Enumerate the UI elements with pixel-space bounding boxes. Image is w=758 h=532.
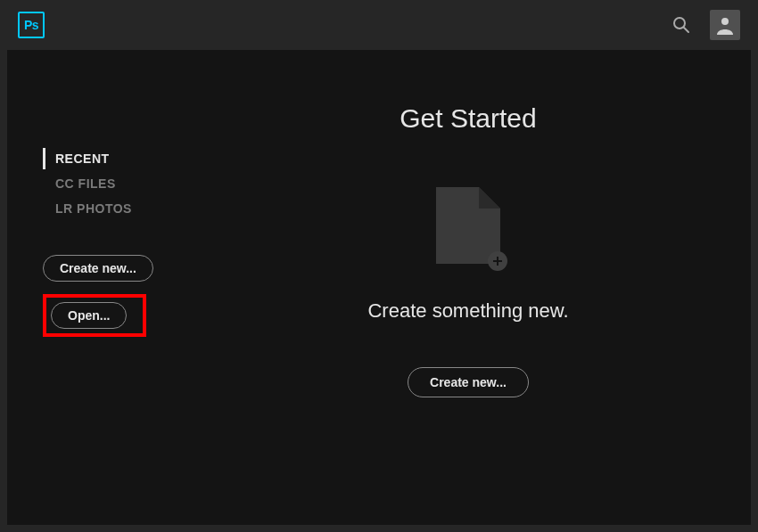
sidebar-item-label: CC FILES <box>55 176 116 191</box>
sidebar-item-label: LR PHOTOS <box>55 201 132 216</box>
sidebar-item-cc-files[interactable]: CC FILES <box>43 173 185 194</box>
search-icon[interactable] <box>667 11 696 39</box>
main-panel: Get Started Create something new. Creat <box>185 50 751 525</box>
sidebar-item-lr-photos[interactable]: LR PHOTOS <box>43 198 185 219</box>
sidebar-item-recent[interactable]: RECENT <box>43 148 185 169</box>
person-icon <box>715 15 735 35</box>
main-subtitle: Create something new. <box>367 299 568 323</box>
sidebar-buttons: Create new... Open... <box>43 255 185 337</box>
magnifier-icon <box>672 16 690 34</box>
top-bar: Ps <box>0 0 758 50</box>
app-window: Ps RECENT CC FILES LR PHOTOS <box>0 0 758 532</box>
document-icon <box>436 187 500 264</box>
content-area: RECENT CC FILES LR PHOTOS Create new... … <box>7 50 751 525</box>
plus-icon <box>488 251 507 271</box>
app-logo-text: Ps <box>24 18 38 32</box>
user-avatar[interactable] <box>710 10 740 40</box>
main-create-new-button[interactable]: Create new... <box>408 367 529 397</box>
open-button[interactable]: Open... <box>51 302 127 329</box>
svg-point-0 <box>674 18 685 29</box>
page-title: Get Started <box>400 103 536 134</box>
app-logo: Ps <box>18 12 45 38</box>
new-document-graphic <box>436 187 500 264</box>
svg-line-1 <box>684 28 688 32</box>
svg-point-2 <box>721 18 729 25</box>
sidebar-item-label: RECENT <box>55 151 110 166</box>
create-new-button[interactable]: Create new... <box>43 255 153 282</box>
tutorial-highlight: Open... <box>43 294 146 337</box>
sidebar: RECENT CC FILES LR PHOTOS Create new... … <box>7 50 185 525</box>
